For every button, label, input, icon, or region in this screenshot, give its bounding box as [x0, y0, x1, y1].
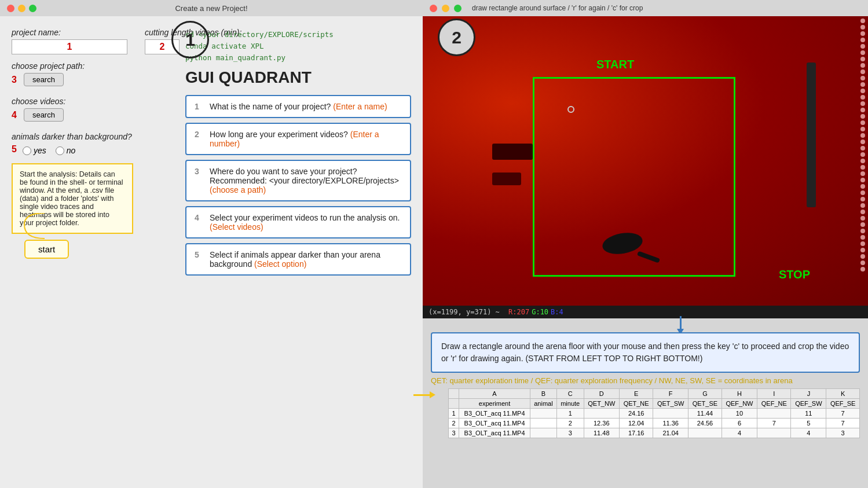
left-content: 1 project name: cutting length videos (m…	[0, 16, 423, 488]
animals-darker-section: animals darker than background? 5 yes no	[12, 132, 174, 155]
right-maximize-button[interactable]	[454, 5, 462, 12]
col-label-row	[449, 399, 459, 409]
code-block: cd <your directory/EXPLORE/scripts conda…	[185, 29, 411, 64]
data-table: A B C D E F G H I J K experiment	[448, 388, 860, 438]
col-header-i: I	[757, 389, 791, 399]
yes-radio-label: yes	[23, 146, 46, 155]
traffic-lights	[7, 5, 36, 12]
choose-project-path-label: choose project path:	[12, 61, 174, 71]
form-column: project name: cutting length videos (min…	[12, 23, 174, 482]
project-name-section: project name:	[12, 28, 127, 54]
animals-darker-label: animals darker than background?	[12, 132, 174, 141]
col-header-row	[449, 389, 459, 399]
col-header-h: H	[721, 389, 757, 399]
search-path-button[interactable]: search	[24, 73, 64, 86]
instruction-card-2: 2 How long are your experiment videos? (…	[185, 123, 411, 155]
dark-object-1	[492, 144, 533, 160]
no-radio[interactable]	[56, 146, 64, 155]
coords-bar: (x=1199, y=371) ~ R:207 G:10 B:4	[423, 306, 868, 318]
table-row: 1 B3_OLT_acq 11.MP4 1 24.16 11.44 10 11 …	[449, 409, 860, 419]
dotted-edge	[858, 16, 868, 306]
left-window-title: Create a new Project!	[175, 4, 247, 13]
step-badge-2: 2	[438, 19, 475, 56]
qet-label: QET: quarter exploration time / QEF: qua…	[431, 376, 860, 385]
col-label-qef-se: QEF_SE	[826, 399, 860, 409]
col-label-animal: animal	[530, 399, 556, 409]
col-header-d: D	[584, 389, 619, 399]
instruction-card-3: 3 Where do you want to save your project…	[185, 160, 411, 201]
right-title-bar: draw rectangle around surface / 'r' for …	[423, 0, 868, 16]
table-row: 3 B3_OLT_acq 11.MP4 3 11.48 17.16 21.04 …	[449, 428, 860, 438]
col-header-e: E	[620, 389, 653, 399]
instruction-card-4: 4 Select your experiment videos to run t…	[185, 206, 411, 239]
search-videos-button[interactable]: search	[24, 108, 64, 122]
info-box: Start the analysis: Details can be found…	[12, 163, 133, 234]
right-window-title: draw rectangle around surface / 'r' for …	[472, 4, 643, 12]
choose-project-path-section: choose project path: 3 search	[12, 61, 174, 86]
dark-bar	[807, 63, 816, 207]
col-label-qef-sw: QEF_SW	[791, 399, 826, 409]
maximize-button[interactable]	[29, 5, 36, 12]
yes-radio[interactable]	[23, 146, 31, 155]
table-container: A B C D E F G H I J K experiment	[431, 386, 860, 438]
table-row: 2 B3_OLT_acq 11.MP4 2 12.36 12.04 11.36 …	[449, 419, 860, 428]
right-close-button[interactable]	[430, 5, 437, 12]
col-label-minute: minute	[556, 399, 584, 409]
left-title-bar: Create a new Project!	[0, 0, 423, 16]
col-label-qef-ne: QEF_NE	[757, 399, 791, 409]
col-header-a: A	[459, 389, 530, 399]
bottom-area: Draw a rectangle around the arena floor …	[423, 318, 868, 488]
project-name-input[interactable]	[12, 39, 127, 54]
stop-label: STOP	[779, 268, 810, 281]
step-5-number: 5	[12, 144, 17, 155]
close-button[interactable]	[7, 5, 14, 12]
instructions-column: cd <your directory/EXPLORE/scripts conda…	[174, 23, 411, 482]
col-header-j: J	[791, 389, 826, 399]
col-label-qet-ne: QET_NE	[620, 399, 653, 409]
right-minimize-button[interactable]	[442, 5, 449, 12]
bottom-row: Draw a rectangle around the arena floor …	[431, 324, 860, 373]
blue-arrow-shaft	[680, 316, 682, 329]
col-header-k: K	[826, 389, 860, 399]
minimize-button[interactable]	[18, 5, 25, 12]
instruction-card-5: 5 Select if animals appear darker than y…	[185, 243, 411, 276]
col-header-f: F	[653, 389, 688, 399]
col-header-c: C	[556, 389, 584, 399]
instruction-blue-box: Draw a rectangle around the arena floor …	[431, 332, 860, 373]
no-radio-label: no	[56, 146, 76, 155]
choose-videos-section: choose videos: 4 search	[12, 97, 174, 122]
radio-group: yes no	[23, 146, 75, 155]
left-panel: Create a new Project! 1 project name: cu…	[0, 0, 423, 488]
col-label-experiment: experiment	[459, 399, 530, 409]
col-header-g: G	[688, 389, 722, 399]
col-label-qet-se: QET_SE	[688, 399, 722, 409]
project-name-label: project name:	[12, 28, 127, 37]
step-4-number: 4	[12, 110, 17, 120]
step-badge-1: 1	[171, 21, 209, 58]
col-header-b: B	[530, 389, 556, 399]
right-panel: draw rectangle around surface / 'r' for …	[423, 0, 868, 488]
step-3-number: 3	[12, 75, 17, 85]
yellow-arrow	[413, 394, 431, 396]
col-label-qet-nw: QET_NW	[584, 399, 619, 409]
start-button[interactable]: start	[24, 240, 69, 259]
start-label: START	[596, 58, 634, 71]
col-label-qef-nw: QEF_NW	[721, 399, 757, 409]
col-label-qet-sw: QET_SW	[653, 399, 688, 409]
instruction-card-1: 1 What is the name of your project? (Ent…	[185, 95, 411, 118]
gui-title: GUI QUADRANT	[185, 68, 411, 87]
video-frame[interactable]: START STOP	[423, 16, 868, 306]
dark-object-2	[492, 173, 521, 185]
choose-videos-label: choose videos:	[12, 97, 174, 106]
